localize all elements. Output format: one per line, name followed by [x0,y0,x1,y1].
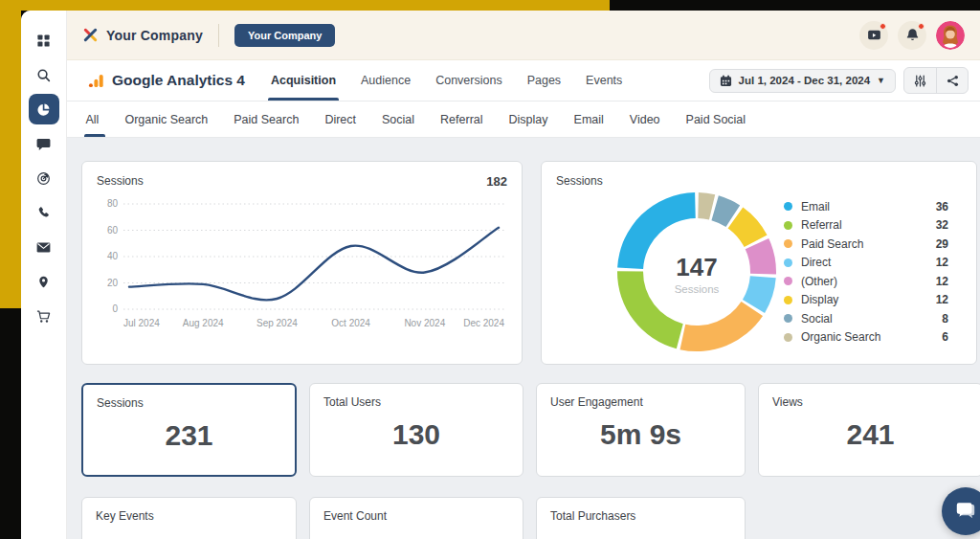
sessions-line-chart-card[interactable]: Sessions 182 020406080Jul 2024Aug 2024Se… [81,161,523,365]
channel-tab-display[interactable]: Display [496,101,561,137]
notification-dot [918,23,924,30]
tab-events[interactable]: Events [573,60,635,101]
tab-audience[interactable]: Audience [348,60,423,101]
desktop-background-yellow [0,0,610,11]
legend-label: Paid Search [801,237,936,251]
svg-text:Oct 2024: Oct 2024 [331,318,370,328]
legend-label: Organic Search [801,330,942,344]
app-window: Your Company Your Company [21,11,980,539]
notifications-button[interactable] [898,21,926,50]
top-bar: Your Company Your Company [67,11,980,60]
svg-text:Sessions: Sessions [675,283,720,295]
channel-tab-video[interactable]: Video [616,101,673,137]
sidebar-item-phone[interactable] [29,197,59,228]
channel-tab-direct[interactable]: Direct [312,101,369,137]
legend-item[interactable]: Social8 [784,312,948,326]
legend-value: 12 [936,256,948,269]
kpi-card-user-engagement[interactable]: User Engagement5m 9s [536,383,746,477]
app-sidebar [21,11,67,539]
legend-dot [784,258,792,267]
sidebar-item-pie-chart[interactable] [29,94,59,124]
sidebar-item-location-pin[interactable] [29,266,59,297]
svg-text:20: 20 [107,278,119,288]
svg-text:Nov 2024: Nov 2024 [404,318,445,328]
kpi-card-total-users[interactable]: Total Users130 [309,383,523,477]
svg-text:Dec 2024: Dec 2024 [463,318,504,328]
user-avatar[interactable] [936,21,965,50]
legend-item[interactable]: Organic Search6 [784,330,948,344]
channel-tab-paid-search[interactable]: Paid Search [221,101,312,137]
legend-item[interactable]: Direct12 [784,256,948,269]
kpi-label: User Engagement [550,395,731,409]
svg-text:Jul 2024: Jul 2024 [123,318,160,328]
tab-pages[interactable]: Pages [515,60,573,101]
metric-card-key-events[interactable]: Key Events [81,497,297,539]
report-toolbar [903,67,969,94]
svg-text:60: 60 [107,225,119,236]
account-button[interactable]: Your Company [234,24,335,47]
sidebar-item-search[interactable] [29,59,59,90]
share-icon [947,75,959,87]
legend-label: Display [801,293,936,306]
sessions-donut-chart-card[interactable]: Sessions 147Sessions Email36Referral32Pa… [541,161,977,365]
sidebar-item-cart[interactable] [29,301,59,331]
svg-text:0: 0 [112,303,118,314]
card-label: Total Purchasers [550,509,731,523]
x-logo-icon [82,27,99,43]
main-area: Your Company Your Company [67,11,980,539]
share-button[interactable] [936,68,968,93]
legend-item[interactable]: Display12 [784,293,948,306]
svg-text:40: 40 [107,251,119,261]
legend-item[interactable]: Email36 [784,200,948,213]
filter-button[interactable] [904,68,936,93]
tab-conversions[interactable]: Conversions [423,60,514,101]
channel-tab-organic-search[interactable]: Organic Search [112,101,221,137]
svg-text:80: 80 [107,198,119,209]
card-label: Key Events [96,509,282,523]
sidebar-item-apps-grid[interactable] [29,25,59,56]
channel-tab-referral[interactable]: Referral [428,101,496,137]
svg-text:Aug 2024: Aug 2024 [183,318,224,328]
kpi-label: Views [772,395,969,409]
legend-label: Direct [801,256,936,269]
legend-item[interactable]: Referral32 [784,218,948,232]
channel-tab-email[interactable]: Email [561,101,616,137]
media-updates-button[interactable] [859,21,888,50]
legend-item[interactable]: Paid Search29 [784,237,948,251]
report-title-group: Google Analytics 4 [88,72,245,89]
legend-value: 12 [936,293,948,306]
legend-item[interactable]: (Other)12 [784,275,948,288]
calendar-icon [720,75,732,87]
divider [218,24,219,47]
sidebar-item-envelope[interactable] [29,232,59,262]
legend-label: (Other) [801,275,936,288]
search-icon [36,68,51,82]
legend-label: Referral [801,218,936,232]
legend-label: Social [801,312,942,326]
kpi-label: Total Users [323,395,509,409]
date-range-picker[interactable]: Jul 1, 2024 - Dec 31, 2024 ▼ [709,69,896,93]
company-logo[interactable]: Your Company [82,27,203,43]
kpi-card-views[interactable]: Views241 [758,383,980,477]
metric-card-event-count[interactable]: Event Count [309,497,523,539]
media-icon [867,28,881,42]
legend-dot [784,314,792,323]
target-icon [36,171,51,186]
notification-dot [880,23,886,30]
card-title: Sessions [556,174,603,188]
report-header: Google Analytics 4 AcquisitionAudienceCo… [67,60,980,101]
channel-tab-paid-social[interactable]: Paid Social [673,101,759,137]
chat-bubble-icon [36,137,51,151]
kpi-value: 241 [772,418,969,451]
channel-tab-all[interactable]: All [73,101,112,137]
report-title: Google Analytics 4 [112,72,245,89]
kpi-card-sessions[interactable]: Sessions231 [81,383,297,477]
legend-value: 12 [936,275,948,288]
tab-acquisition[interactable]: Acquisition [258,60,348,101]
card-label: Event Count [323,509,509,523]
legend-value: 29 [936,237,948,251]
metric-card-total-purchasers[interactable]: Total Purchasers [536,497,746,539]
channel-tab-social[interactable]: Social [369,101,428,137]
sidebar-item-target[interactable] [29,163,59,193]
sidebar-item-chat-bubble[interactable] [29,128,59,159]
